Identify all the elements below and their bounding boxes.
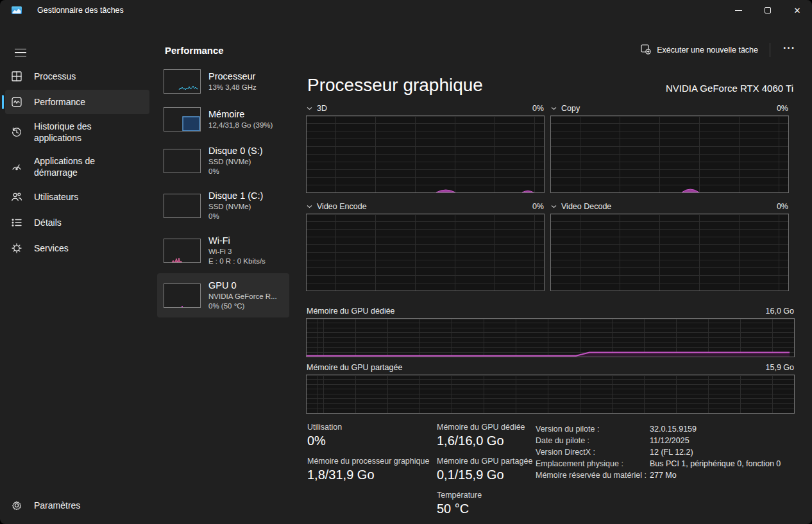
chart-3d [306,115,545,193]
settings-gear-icon [10,500,23,511]
detail-label: Version du pilote : [536,423,650,435]
sidebar-item-utilisateurs[interactable]: Utilisateurs [5,185,149,209]
chart-copy [550,115,789,193]
chart-video-decode [550,214,789,291]
sidebar-item-historique[interactable]: Historique des applications [5,115,149,149]
sidebar-item-details[interactable]: Détails [5,210,149,235]
services-gear-icon [10,242,23,254]
disk0-mini-chart [164,149,201,173]
minimize-button[interactable] [723,0,753,21]
sidebar-item-label: Paramètres [34,500,80,511]
chart-header-video-encode[interactable]: Video Encode 0% [306,199,545,214]
perf-item-sub: SSD (NVMe) [208,157,263,167]
perf-item-title: Disque 1 (C:) [208,190,263,202]
window-title: Gestionnaire des tâches [37,6,124,15]
perf-item-processeur[interactable]: Processeur 13% 3,48 GHz [157,63,289,100]
task-manager-window: Gestionnaire des tâches ✕ Processus [0,0,812,524]
sidebar-item-label: Historique des applications [34,121,137,144]
perf-item-disque-0[interactable]: Disque 0 (S:) SSD (NVMe) 0% [157,139,289,183]
chart-value: 0% [777,104,788,113]
sidebar-item-performance[interactable]: Performance [5,90,149,114]
perf-item-sub: E : 0 R : 0 Kbits/s [208,257,266,266]
chart-video-encode [306,214,545,291]
processes-icon [10,71,23,82]
chart-header-video-decode[interactable]: Video Decode 0% [550,199,789,214]
titlebar: Gestionnaire des tâches ✕ [0,0,812,21]
sidebar-item-processus[interactable]: Processus [5,64,149,89]
chart-label: Mémoire du GPU dédiée [307,307,395,316]
dedicated-memory-header: Mémoire du GPU dédiée 16,0 Go [306,304,795,318]
detail-value: 12 (FL 12.2) [650,446,795,458]
page-title: Performance [165,45,224,56]
perf-item-title: Mémoire [208,108,273,121]
stat-value: 1,8/31,9 Go [307,468,437,482]
perf-item-sub: 0% [208,167,263,176]
chart-label: 3D [317,104,327,113]
stat-value: 1,6/16,0 Go [437,434,536,448]
perf-item-wifi[interactable]: Wi-Fi Wi-Fi 3 E : 0 R : 0 Kbits/s [157,228,289,273]
sidebar: Processus Performance Historique des app… [0,21,155,524]
perf-item-title: GPU 0 [208,280,277,292]
chevron-down-icon [307,205,312,208]
sidebar-item-label: Détails [34,217,62,228]
detail-value: 277 Mo [650,469,795,481]
stat-label: Mémoire du GPU partagée [437,457,536,466]
chart-value: 0% [532,202,544,211]
users-icon [10,191,23,203]
chart-scale: 16,0 Go [766,307,794,316]
maximize-icon [765,7,771,13]
chart-label: Copy [561,104,580,113]
run-new-task-button[interactable]: Exécuter une nouvelle tâche [634,40,765,61]
sidebar-item-label: Services [34,242,69,254]
gpu-panel-title: Processeur graphique [307,74,483,96]
perf-item-gpu-0[interactable]: GPU 0 NVIDIA GeForce R... 0% (50 °C) [157,273,289,317]
chart-label: Video Encode [317,202,367,211]
memory-mini-chart [164,107,201,131]
gpu-device-name: NVIDIA GeForce RTX 4060 Ti [666,83,793,96]
sidebar-item-label: Applications de démarrage [34,155,137,178]
performance-resource-list: Processeur 13% 3,48 GHz Mémoire 12,4/31,… [157,63,289,318]
sidebar-item-label: Utilisateurs [34,191,78,203]
ellipsis-icon: ··· [783,42,795,53]
header-divider [770,43,770,57]
chart-label: Mémoire du GPU partagée [307,363,402,372]
detail-value: 11/12/2025 [650,435,795,446]
perf-item-sub: 0% (50 °C) [208,301,277,311]
shared-memory-header: Mémoire du GPU partagée 15,9 Go [306,360,795,375]
perf-item-title: Processeur [208,71,257,83]
perf-item-disque-1[interactable]: Disque 1 (C:) SSD (NVMe) 0% [157,183,289,228]
minimize-icon [735,10,742,11]
stat-label: Mémoire du GPU dédiée [437,423,536,432]
stat-value: 50 °C [437,502,536,516]
detail-label: Version DirectX : [536,446,650,458]
chevron-down-icon [551,205,557,208]
more-options-button[interactable]: ··· [775,41,803,59]
startup-apps-icon [10,161,23,173]
perf-item-memoire[interactable]: Mémoire 12,4/31,8 Go (39%) [157,101,289,138]
perf-item-sub: SSD (NVMe) [208,202,263,212]
chart-value: 0% [532,104,544,113]
hamburger-menu-button[interactable] [9,42,32,63]
perf-item-sub: 13% 3,48 GHz [208,83,257,92]
perf-item-sub: Wi-Fi 3 [208,247,266,257]
perf-item-sub: 12,4/31,8 Go (39%) [208,121,273,130]
chevron-down-icon [307,106,312,110]
chart-label: Video Decode [561,202,611,211]
chart-header-copy[interactable]: Copy 0% [550,101,789,115]
cpu-mini-chart [164,69,201,94]
detail-label: Date du pilote : [536,435,650,446]
perf-item-sub: NVIDIA GeForce R... [208,292,277,301]
sidebar-item-label: Performance [34,96,85,108]
task-manager-logo-icon [12,5,22,15]
sidebar-item-parametres[interactable]: Paramètres [5,493,149,518]
gpu-mini-chart [164,283,201,308]
chevron-down-icon [551,106,557,110]
sidebar-item-services[interactable]: Services [5,236,149,260]
hamburger-icon [15,49,26,49]
close-button[interactable]: ✕ [782,0,812,21]
maximize-button[interactable] [753,0,782,21]
detail-label: Mémoire réservée du matériel : [536,469,650,481]
chart-header-3d[interactable]: 3D 0% [306,101,545,115]
sidebar-item-demarrage[interactable]: Applications de démarrage [5,150,149,183]
chart-scale: 15,9 Go [766,363,794,372]
